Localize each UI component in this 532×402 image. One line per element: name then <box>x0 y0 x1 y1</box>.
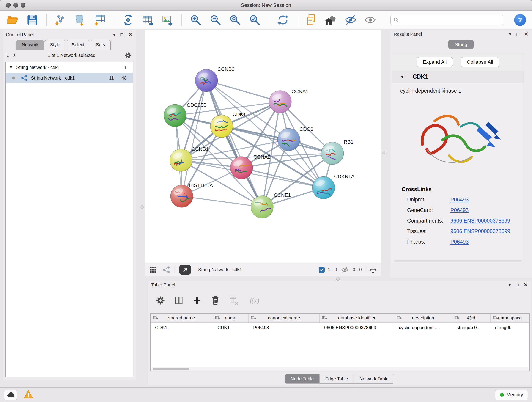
node-label: CCNB2 <box>217 66 234 72</box>
panel-float-icon[interactable]: ▾ <box>113 32 115 37</box>
cell-database-identifier[interactable]: 9606.ENSP00000378699 <box>320 323 394 332</box>
panel-float-icon[interactable]: ▾ <box>508 282 511 288</box>
collapse-all-button[interactable]: Collapse All <box>461 57 500 67</box>
tab-edge-table[interactable]: Edge Table <box>319 374 354 384</box>
scrollbar-thumb[interactable] <box>153 368 190 370</box>
crosslink-link[interactable]: 9606.ENSP00000378699 <box>450 218 510 224</box>
pan-move-icon[interactable] <box>368 265 378 274</box>
panel-maximize-icon[interactable]: □ <box>120 32 123 37</box>
panel-close-icon[interactable]: ✕ <box>128 32 133 38</box>
cloud-service-button[interactable] <box>4 390 17 400</box>
network-collection-row[interactable]: ▼ String Network - cdk1 1 <box>6 62 133 73</box>
panel-close-icon[interactable]: ✕ <box>524 31 528 37</box>
network-node-CCNA1[interactable]: CCNA1 <box>269 89 309 113</box>
network-options-gear-icon[interactable] <box>125 52 132 59</box>
panel-close-icon[interactable]: ✕ <box>524 282 528 288</box>
network-edge-HIST1H1A-CCNE1[interactable] <box>182 196 262 207</box>
selected-elements-icon[interactable] <box>319 267 325 273</box>
splitter-handle[interactable] <box>382 151 385 154</box>
panel-float-icon[interactable]: ▾ <box>509 32 511 37</box>
cell-id[interactable]: stringdb:9... <box>452 323 491 332</box>
show-columns-icon[interactable] <box>173 295 184 306</box>
zoom-selected-icon[interactable] <box>248 13 261 27</box>
column-header[interactable]: description <box>394 313 452 322</box>
collection-expand-icon[interactable]: ▼ <box>6 65 16 70</box>
crosslink-link[interactable]: P06493 <box>450 197 469 203</box>
network-edge-CCNB2-HIST1H1A[interactable] <box>182 80 206 196</box>
import-network-database-icon[interactable] <box>74 13 87 27</box>
network-share-icon[interactable] <box>162 265 171 274</box>
tab-select[interactable]: Select <box>66 40 90 50</box>
column-header[interactable]: database identifier <box>320 313 394 322</box>
zoom-out-icon[interactable] <box>209 13 222 27</box>
crosslink-row: Tissues: 9606.ENSP00000378699 <box>392 226 524 236</box>
search-input[interactable] <box>401 17 500 22</box>
table-row[interactable]: CDK1 CDK1 P06493 9606.ENSP00000378699 cy… <box>151 323 530 332</box>
column-header[interactable]: namespace <box>491 313 530 322</box>
network-row-selected[interactable]: String Network - cdk1 11 48 <box>6 73 133 83</box>
network-node-CCNB2[interactable]: CCNB2 <box>195 66 234 92</box>
crosslink-link[interactable]: 9606.ENSP00000378699 <box>450 228 510 235</box>
network-graph[interactable]: CCNB2CCNA1CDC25BCDK1CDC6RB1CCNB1CCNA2CDK… <box>145 30 381 263</box>
tab-sets[interactable]: Sets <box>90 40 111 50</box>
refresh-network-icon[interactable] <box>276 13 290 27</box>
column-header[interactable]: name <box>213 313 249 322</box>
copy-icon[interactable] <box>304 13 318 27</box>
column-header[interactable]: @id <box>452 313 491 322</box>
tab-style[interactable]: Style <box>44 40 66 50</box>
cell-namespace[interactable]: stringdb <box>491 323 530 332</box>
detach-view-button[interactable] <box>179 265 191 274</box>
expand-all-networks-icon[interactable]: » <box>11 54 17 57</box>
hidden-elements-eye-icon[interactable] <box>340 265 349 274</box>
crosslink-link[interactable]: P06493 <box>450 239 469 245</box>
delete-column-trash-icon[interactable] <box>210 295 221 306</box>
memory-button[interactable]: Memory <box>495 390 528 400</box>
crosslinks-title: CrossLinks <box>392 176 524 194</box>
preview-eye-icon[interactable] <box>364 13 377 27</box>
cell-canonical-name[interactable]: P06493 <box>249 323 320 332</box>
column-header[interactable]: shared name <box>151 313 213 322</box>
tab-network[interactable]: Network <box>16 40 44 50</box>
export-network-icon[interactable] <box>121 13 135 27</box>
delete-table-icon[interactable] <box>228 295 239 306</box>
function-builder-icon[interactable]: f(x) <box>250 297 259 304</box>
home-layout-icon[interactable] <box>324 13 337 27</box>
cell-shared-name[interactable]: CDK1 <box>151 323 213 332</box>
network-node-CCNA2[interactable]: CCNA2 <box>230 154 271 179</box>
import-table-file-icon[interactable] <box>93 13 107 27</box>
export-image-icon[interactable] <box>161 13 174 27</box>
birds-eye-grid-icon[interactable] <box>148 265 158 274</box>
save-session-icon[interactable] <box>26 13 39 27</box>
panel-maximize-icon[interactable]: □ <box>516 32 519 37</box>
collapse-all-networks-icon[interactable]: » <box>5 54 12 57</box>
expand-all-button[interactable]: Expand All <box>417 57 453 67</box>
cell-description[interactable]: cyclin-dependent ... <box>394 323 452 332</box>
splitter-handle[interactable] <box>140 205 144 209</box>
tab-network-table[interactable]: Network Table <box>354 374 394 384</box>
crosslink-link[interactable]: P06493 <box>450 207 469 213</box>
network-edge-CCNB2-CCNE1[interactable] <box>206 80 262 207</box>
warnings-button[interactable] <box>23 389 33 400</box>
section-collapse-icon[interactable]: ▼ <box>392 74 413 79</box>
zoom-in-icon[interactable] <box>189 13 202 27</box>
toolbar-separator <box>46 14 46 26</box>
gene-section-header[interactable]: ▼ CDK1 <box>392 71 524 83</box>
tab-node-table[interactable]: Node Table <box>285 374 320 384</box>
results-scrollbar[interactable] <box>394 260 522 262</box>
export-table-icon[interactable] <box>141 13 154 27</box>
splitter-handle[interactable] <box>336 277 340 281</box>
network-node-HIST1H1A[interactable]: HIST1H1A <box>171 182 213 207</box>
show-hide-icon[interactable] <box>344 13 357 27</box>
cell-name[interactable]: CDK1 <box>213 323 249 332</box>
import-network-file-icon[interactable] <box>54 13 67 27</box>
results-tab-string[interactable]: String <box>448 40 474 49</box>
open-session-icon[interactable] <box>6 13 19 27</box>
network-node-RB1[interactable]: RB1 <box>321 139 354 165</box>
zoom-fit-icon[interactable] <box>228 13 242 27</box>
help-button[interactable]: ? <box>514 14 526 26</box>
table-settings-gear-icon[interactable] <box>155 295 166 306</box>
panel-maximize-icon[interactable]: □ <box>516 282 519 288</box>
network-canvas[interactable]: CCNB2CCNA1CDC25BCDK1CDC6RB1CCNB1CCNA2CDK… <box>145 30 381 263</box>
column-header[interactable]: canonical name <box>249 313 320 322</box>
create-column-plus-icon[interactable] <box>191 295 203 306</box>
